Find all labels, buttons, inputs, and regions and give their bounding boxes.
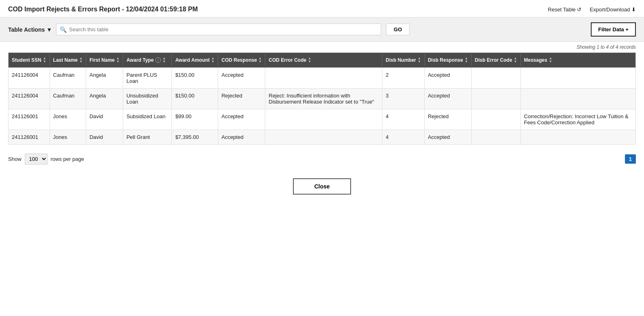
sort-arrows-disb-error-code: ▲▼ xyxy=(514,57,517,63)
table-cell: 241126004 xyxy=(9,89,50,109)
table-cell: Angela xyxy=(86,89,123,109)
table-cell: Jones xyxy=(50,109,86,130)
col-disb-error-code[interactable]: Disb Error Code ▲▼ xyxy=(471,53,520,68)
sort-arrows-award-type: ▲▼ xyxy=(163,57,166,63)
col-award-amount[interactable]: Award Amount ▲▼ xyxy=(172,53,218,68)
sort-arrows-disb-response: ▲▼ xyxy=(465,57,468,63)
table-cell: Unsubsidized Loan xyxy=(123,89,172,109)
table-cell: Caufman xyxy=(50,68,86,89)
table-row: 241126004CaufmanAngelaUnsubsidized Loan$… xyxy=(9,89,636,109)
data-table: Student SSN ▲▼ Last Name ▲▼ First Name xyxy=(8,52,636,145)
page-wrapper: COD Import Rejects & Errors Report - 12/… xyxy=(0,0,644,316)
table-cell: Accepted xyxy=(218,109,265,130)
export-download-button[interactable]: Export/Download ⬇ xyxy=(590,6,636,13)
rows-per-page-section: Show 102550100 rows per page xyxy=(8,154,84,164)
table-cell: $99.00 xyxy=(172,109,218,130)
go-button[interactable]: GO xyxy=(386,24,410,35)
table-row: 241126004CaufmanAngelaParent PLUS Loan$1… xyxy=(9,68,636,89)
table-cell xyxy=(265,68,382,89)
table-cell: $7,395.00 xyxy=(172,130,218,145)
table-actions-label: Table Actions xyxy=(8,26,45,33)
col-cod-response[interactable]: COD Response ▲▼ xyxy=(218,53,265,68)
table-cell: 241126001 xyxy=(9,130,50,145)
page-header: COD Import Rejects & Errors Report - 12/… xyxy=(0,0,644,17)
table-cell: Accepted xyxy=(424,68,471,89)
table-cell: 241126001 xyxy=(9,109,50,130)
col-award-type[interactable]: Award Type i ▲▼ xyxy=(123,53,172,68)
table-cell: Pell Grant xyxy=(123,130,172,145)
table-cell: Parent PLUS Loan xyxy=(123,68,172,89)
sort-arrows-cod-error-code: ▲▼ xyxy=(308,57,311,63)
records-info: Showing 1 to 4 of 4 records xyxy=(0,42,644,52)
sort-arrows-messages: ▲▼ xyxy=(549,57,552,63)
col-ssn[interactable]: Student SSN ▲▼ xyxy=(9,53,50,68)
table-cell: David xyxy=(86,109,123,130)
sort-arrows-first-name: ▲▼ xyxy=(116,57,119,63)
table-cell: $150.00 xyxy=(172,68,218,89)
close-button[interactable]: Close xyxy=(293,178,351,195)
close-section: Close xyxy=(0,170,644,203)
table-cell: 2 xyxy=(382,68,425,89)
reset-table-button[interactable]: Reset Table ↺ xyxy=(548,6,581,13)
table-cell: $150.00 xyxy=(172,89,218,109)
table-cell: 4 xyxy=(382,109,425,130)
sort-arrows-disb-number: ▲▼ xyxy=(418,57,421,63)
table-cell: Accepted xyxy=(424,130,471,145)
table-cell: Reject: Insufficient information with Di… xyxy=(265,89,382,109)
sort-arrows-cod-response: ▲▼ xyxy=(258,57,262,63)
table-cell xyxy=(265,130,382,145)
rows-per-page-label: rows per page xyxy=(51,156,84,162)
table-cell: Correction/Rejection: Incorrect Low Tuit… xyxy=(520,109,635,130)
table-cell xyxy=(520,130,635,145)
sort-arrows-last-name: ▲▼ xyxy=(79,57,82,63)
table-row: 241126001JonesDavidSubsidized Loan$99.00… xyxy=(9,109,636,130)
table-cell xyxy=(265,109,382,130)
search-wrapper: 🔍 xyxy=(56,24,381,35)
table-cell: David xyxy=(86,130,123,145)
table-cell: 241126004 xyxy=(9,68,50,89)
table-cell xyxy=(471,68,520,89)
page-number-badge[interactable]: 1 xyxy=(625,154,636,164)
col-messages[interactable]: Messages ▲▼ xyxy=(520,53,635,68)
table-row: 241126001JonesDavidPell Grant$7,395.00Ac… xyxy=(9,130,636,145)
table-cell xyxy=(471,130,520,145)
table-cell: Accepted xyxy=(218,68,265,89)
table-header-row: Student SSN ▲▼ Last Name ▲▼ First Name xyxy=(9,53,636,68)
table-body: 241126004CaufmanAngelaParent PLUS Loan$1… xyxy=(9,68,636,145)
sort-arrows-ssn: ▲▼ xyxy=(43,57,46,63)
award-type-info-icon[interactable]: i xyxy=(155,57,161,63)
table-cell xyxy=(471,89,520,109)
table-cell xyxy=(471,109,520,130)
table-cell: 4 xyxy=(382,130,425,145)
search-icon: 🔍 xyxy=(60,26,67,33)
table-cell xyxy=(520,89,635,109)
table-cell: Rejected xyxy=(424,109,471,130)
col-disb-response[interactable]: Disb Response ▲▼ xyxy=(424,53,471,68)
search-input[interactable] xyxy=(69,24,377,35)
toolbar: Table Actions ▼ 🔍 GO Filter Data + xyxy=(0,17,644,42)
col-last-name[interactable]: Last Name ▲▼ xyxy=(50,53,86,68)
table-cell: Angela xyxy=(86,68,123,89)
table-container: Student SSN ▲▼ Last Name ▲▼ First Name xyxy=(0,52,644,145)
rows-per-page-select[interactable]: 102550100 xyxy=(25,154,48,164)
page-title: COD Import Rejects & Errors Report - 12/… xyxy=(8,6,198,13)
table-footer: Show 102550100 rows per page 1 xyxy=(0,148,644,170)
table-cell: Caufman xyxy=(50,89,86,109)
show-label: Show xyxy=(8,156,22,162)
chevron-down-icon: ▼ xyxy=(46,26,52,33)
table-actions-button[interactable]: Table Actions ▼ xyxy=(8,26,52,33)
table-cell: Accepted xyxy=(218,130,265,145)
table-cell: 3 xyxy=(382,89,425,109)
table-cell: Subsidized Loan xyxy=(123,109,172,130)
col-first-name[interactable]: First Name ▲▼ xyxy=(86,53,123,68)
col-cod-error-code[interactable]: COD Error Code ▲▼ xyxy=(265,53,382,68)
table-cell: Jones xyxy=(50,130,86,145)
col-disb-number[interactable]: Disb Number ▲▼ xyxy=(382,53,425,68)
filter-data-button[interactable]: Filter Data + xyxy=(591,22,636,37)
header-actions: Reset Table ↺ Export/Download ⬇ xyxy=(548,6,636,13)
table-cell: Accepted xyxy=(424,89,471,109)
sort-arrows-award-amount: ▲▼ xyxy=(211,57,215,63)
table-cell: Rejected xyxy=(218,89,265,109)
table-cell xyxy=(520,68,635,89)
